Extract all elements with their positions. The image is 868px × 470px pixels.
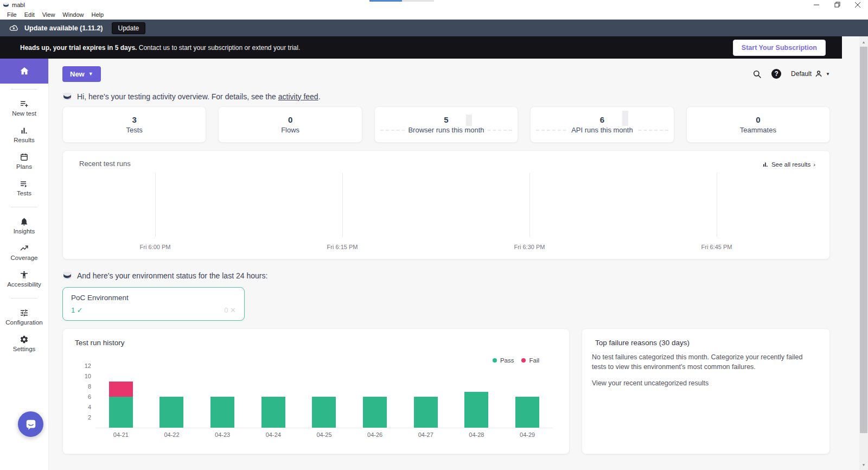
bar-group[interactable]: 04-25	[312, 366, 336, 428]
update-button[interactable]: Update	[112, 22, 146, 34]
sidebar-item-settings[interactable]: Settings	[0, 331, 48, 357]
timeline-gridline	[717, 173, 717, 237]
minimize-button[interactable]	[806, 0, 827, 9]
pass-bar-segment	[312, 397, 336, 428]
stat-card-browser-runs[interactable]: 5 Browser runs this month	[374, 106, 518, 143]
mabl-avatar-icon	[62, 271, 72, 280]
bar-group[interactable]: 04-22	[159, 366, 183, 428]
sidebar-label: Settings	[13, 346, 36, 352]
top-failure-reasons-panel: Top failure reasons (30 days) No test fa…	[582, 328, 830, 454]
scroll-down-arrow[interactable]: ▼	[859, 461, 868, 468]
menu-help[interactable]: Help	[88, 10, 107, 19]
timeline-gridline	[155, 173, 156, 237]
vertical-scrollbar[interactable]: ▲ ▼	[859, 36, 868, 470]
y-tick-label: 4	[76, 404, 91, 410]
stat-label: API runs this month	[568, 126, 636, 134]
sidebar-item-tests[interactable]: Tests	[0, 175, 48, 201]
environment-pass-count: 1 ✓	[71, 306, 83, 314]
scrollbar-thumb[interactable]	[860, 47, 867, 433]
timeline-tick-label: Fri 6:30 PM	[514, 244, 545, 250]
new-test-icon	[20, 99, 29, 109]
y-tick-label: 12	[76, 363, 91, 369]
stat-card-tests[interactable]: 3 Tests	[62, 106, 206, 143]
titlebar: mabl	[0, 0, 868, 9]
home-icon	[19, 66, 30, 77]
menu-view[interactable]: View	[39, 10, 59, 19]
environment-name: PoC Environment	[71, 294, 236, 302]
sidebar-item-coverage[interactable]: Coverage	[0, 239, 48, 266]
search-icon[interactable]	[752, 69, 762, 79]
x-tick-label: 04-29	[520, 431, 535, 438]
chevron-down-icon: ▼	[826, 72, 830, 77]
cross-icon: ✕	[230, 306, 236, 314]
start-subscription-button[interactable]: Start Your Subscription	[733, 40, 826, 56]
test-run-history-panel: Test run history Pass Fail 04-2104-2204-…	[62, 328, 570, 454]
restore-button[interactable]	[827, 0, 847, 9]
bar-group[interactable]: 04-29	[515, 366, 539, 428]
window-title: mabl	[12, 2, 25, 8]
stat-label: Tests	[126, 126, 143, 134]
menu-file[interactable]: File	[4, 10, 20, 19]
sidebar-label: Plans	[16, 163, 32, 170]
new-button-label: New	[70, 70, 85, 78]
sidebar-label: Configuration	[5, 319, 42, 326]
pass-bar-segment	[414, 397, 438, 428]
recent-runs-chart: Fri 6:00 PMFri 6:15 PMFri 6:30 PMFri 6:4…	[63, 151, 829, 259]
chart-legend: Pass Fail	[493, 357, 539, 364]
sidebar-item-plans[interactable]: Plans	[0, 148, 48, 175]
stat-card-teammates[interactable]: 0 Teammates	[686, 106, 830, 143]
sidebar-item-accessibility[interactable]: Accessibility	[0, 266, 48, 293]
chat-launcher-button[interactable]	[18, 411, 43, 437]
stat-card-flows[interactable]: 0 Flows	[218, 106, 362, 143]
menu-window[interactable]: Window	[59, 10, 87, 19]
sidebar-item-results[interactable]: Results	[0, 122, 48, 148]
bar-group[interactable]: 04-23	[210, 366, 234, 428]
test-run-history-title: Test run history	[75, 339, 125, 347]
bar-group[interactable]: 04-27	[414, 366, 438, 428]
sidebar-item-insights[interactable]: Insights	[0, 213, 48, 239]
new-button[interactable]: New ▼	[62, 66, 101, 82]
bar-group[interactable]: 04-24	[261, 366, 285, 428]
bar-group[interactable]: 04-26	[363, 366, 387, 428]
bar-group[interactable]: 04-28	[464, 366, 488, 428]
fail-bar-segment	[109, 382, 133, 397]
loading-strip-gray	[402, 0, 434, 2]
recent-test-runs-panel: Recent test runs See all results › Fri 6…	[62, 150, 830, 259]
legend-pass: Pass	[493, 357, 514, 364]
update-banner: Update available (1.11.2) Update	[0, 20, 868, 36]
timeline-tick-label: Fri 6:15 PM	[327, 244, 358, 250]
coverage-trend-icon	[20, 244, 29, 253]
x-tick-label: 04-23	[215, 431, 230, 438]
scroll-up-arrow[interactable]: ▲	[859, 39, 868, 45]
insights-bell-icon	[20, 217, 29, 226]
stat-value: 3	[132, 115, 137, 124]
pass-bar-segment	[515, 397, 539, 428]
x-tick-label: 04-21	[113, 431, 129, 438]
stat-label: Teammates	[740, 126, 776, 134]
sidebar-item-home[interactable]	[0, 59, 48, 84]
x-tick-label: 04-22	[164, 431, 179, 438]
sidebar-label: Results	[14, 137, 34, 143]
stat-card-api-runs[interactable]: 6 API runs this month	[530, 106, 674, 143]
sidebar-label: New test	[12, 110, 36, 117]
test-run-history-plot: 04-2104-2204-2304-2404-2504-2604-2704-28…	[95, 366, 553, 428]
sidebar-item-configuration[interactable]: Configuration	[0, 304, 48, 331]
plans-icon	[20, 153, 29, 162]
activity-feed-link[interactable]: activity feed	[278, 92, 318, 101]
x-tick-label: 04-24	[266, 431, 281, 438]
uncategorized-results-link[interactable]: View your recent uncategorized results	[592, 379, 709, 387]
menu-edit[interactable]: Edit	[21, 10, 38, 19]
help-icon[interactable]: ?	[771, 69, 781, 79]
sidebar-label: Tests	[17, 190, 31, 196]
environment-card[interactable]: PoC Environment 1 ✓ 0 ✕	[62, 287, 245, 321]
failure-panel-title: Top failure reasons (30 days)	[595, 339, 818, 347]
sidebar-divider	[11, 89, 37, 90]
sidebar-item-new-test[interactable]: New test	[0, 95, 48, 122]
cloud-download-icon	[9, 24, 19, 32]
bar-group[interactable]: 04-21	[109, 366, 133, 428]
timeline-gridline	[342, 173, 343, 237]
trial-banner-bold-text: Heads up, your trial expires in 5 days.	[20, 44, 137, 52]
close-button[interactable]	[847, 0, 868, 9]
account-menu[interactable]: Default ▼	[791, 69, 830, 78]
configuration-sliders-icon	[20, 308, 29, 317]
